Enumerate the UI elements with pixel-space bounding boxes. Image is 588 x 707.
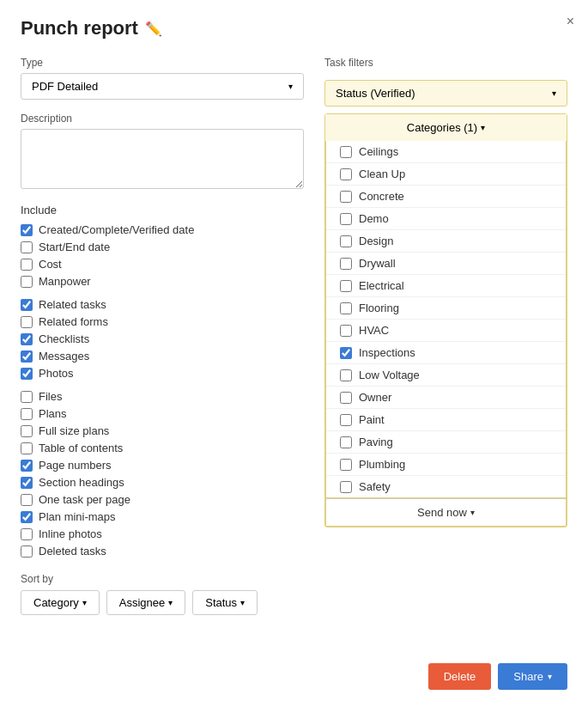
- checkbox-created[interactable]: Created/Complete/Verified date: [21, 223, 304, 236]
- send-now-label: Send now: [417, 506, 467, 519]
- cat-paving-checkbox[interactable]: [340, 436, 352, 448]
- cat-low-voltage-checkbox[interactable]: [340, 369, 352, 381]
- messages-checkbox[interactable]: [21, 350, 33, 363]
- page-title: Punch report: [21, 17, 138, 40]
- cat-drywall[interactable]: Drywall: [326, 253, 566, 275]
- status-dropdown[interactable]: Status (Verified) ▾: [324, 80, 567, 107]
- checkbox-related-forms[interactable]: Related forms: [21, 315, 304, 328]
- sort-by-label: Sort by: [21, 573, 304, 585]
- checkbox-deleted-tasks[interactable]: Deleted tasks: [21, 545, 304, 558]
- cat-demo-checkbox[interactable]: [340, 213, 352, 225]
- photos-checkbox[interactable]: [21, 368, 33, 380]
- cat-low-voltage[interactable]: Low Voltage: [326, 364, 566, 387]
- checkbox-section-headings[interactable]: Section headings: [21, 476, 304, 489]
- checkbox-photos[interactable]: Photos: [21, 367, 304, 380]
- cat-drywall-checkbox[interactable]: [340, 258, 352, 270]
- cat-inspections[interactable]: Inspections: [326, 342, 566, 364]
- cat-ceilings[interactable]: Ceilings: [326, 141, 566, 163]
- checkbox-cost[interactable]: Cost: [21, 258, 304, 271]
- plan-mini-maps-checkbox[interactable]: [21, 511, 33, 523]
- sort-assignee-button[interactable]: Assignee ▾: [106, 590, 185, 615]
- checkbox-related-tasks[interactable]: Related tasks: [21, 298, 304, 311]
- cat-design-checkbox[interactable]: [340, 235, 352, 247]
- checkbox-manpower[interactable]: Manpower: [21, 275, 304, 288]
- cat-paint[interactable]: Paint: [326, 409, 566, 431]
- sort-section: Sort by Category ▾ Assignee ▾ Status ▾: [21, 573, 304, 615]
- cat-cleanup[interactable]: Clean Up: [326, 163, 566, 186]
- delete-button[interactable]: Delete: [428, 663, 492, 690]
- cat-safety-checkbox[interactable]: [340, 481, 352, 493]
- cat-design[interactable]: Design: [326, 230, 566, 253]
- description-input[interactable]: [21, 129, 304, 189]
- cost-checkbox[interactable]: [21, 259, 33, 271]
- sort-category-button[interactable]: Category ▾: [21, 590, 100, 615]
- cat-electrical-checkbox[interactable]: [340, 280, 352, 292]
- related-forms-checkbox[interactable]: [21, 316, 33, 328]
- sort-status-button[interactable]: Status ▾: [192, 590, 258, 615]
- group3-checkboxes: Files Plans Full size plans Table of con…: [21, 390, 304, 558]
- cat-hvac-checkbox[interactable]: [340, 325, 352, 337]
- checkbox-start-end[interactable]: Start/End date: [21, 241, 304, 253]
- checkbox-checklists[interactable]: Checklists: [21, 332, 304, 345]
- full-size-plans-checkbox[interactable]: [21, 425, 33, 437]
- type-caret: ▾: [288, 82, 293, 91]
- cat-owner-checkbox[interactable]: [340, 392, 352, 404]
- cat-inspections-checkbox[interactable]: [340, 347, 352, 359]
- checkbox-full-size-plans[interactable]: Full size plans: [21, 424, 304, 437]
- cat-flooring[interactable]: Flooring: [326, 297, 566, 320]
- checkbox-page-numbers[interactable]: Page numbers: [21, 459, 304, 472]
- group2-checkboxes: Related tasks Related forms Checklists M…: [21, 298, 304, 380]
- footer-buttons: Delete Share ▾: [428, 663, 567, 690]
- edit-icon[interactable]: ✏️: [145, 21, 162, 37]
- categories-section: Categories (1) ▾ Ceilings Clean Up: [324, 113, 567, 527]
- cat-flooring-checkbox[interactable]: [340, 302, 352, 314]
- cat-safety[interactable]: Safety: [326, 476, 566, 497]
- deleted-tasks-checkbox[interactable]: [21, 545, 33, 558]
- type-value: PDF Detailed: [32, 80, 98, 93]
- categories-label: Categories (1): [407, 121, 477, 134]
- checklists-checkbox[interactable]: [21, 333, 33, 345]
- close-button[interactable]: ×: [567, 14, 574, 29]
- cat-plumbing-checkbox[interactable]: [340, 459, 352, 471]
- categories-header-button[interactable]: Categories (1) ▾: [325, 114, 567, 141]
- cat-cleanup-checkbox[interactable]: [340, 168, 352, 180]
- share-button[interactable]: Share ▾: [498, 663, 567, 690]
- table-of-contents-checkbox[interactable]: [21, 442, 33, 454]
- checkbox-files[interactable]: Files: [21, 390, 304, 403]
- cat-electrical[interactable]: Electrical: [326, 275, 566, 297]
- cat-demo[interactable]: Demo: [326, 208, 566, 230]
- files-checkbox[interactable]: [21, 391, 33, 403]
- sort-buttons-row: Category ▾ Assignee ▾ Status ▾: [21, 590, 304, 615]
- cat-paint-checkbox[interactable]: [340, 414, 352, 426]
- share-label: Share: [513, 670, 543, 683]
- punch-report-modal: × Punch report ✏️ Type PDF Detailed ▾ De…: [0, 0, 588, 707]
- checkbox-messages[interactable]: Messages: [21, 350, 304, 363]
- plans-checkbox[interactable]: [21, 408, 33, 420]
- right-column: Task filters Status (Verified) ▾ Categor…: [324, 57, 567, 615]
- cat-owner[interactable]: Owner: [326, 387, 566, 409]
- cat-plumbing[interactable]: Plumbing: [326, 454, 566, 476]
- inline-photos-checkbox[interactable]: [21, 528, 33, 540]
- cat-paving[interactable]: Paving: [326, 431, 566, 454]
- checkbox-plans[interactable]: Plans: [21, 407, 304, 420]
- start-end-checkbox[interactable]: [21, 241, 33, 253]
- sort-cat-caret: ▾: [82, 598, 87, 607]
- cat-concrete-checkbox[interactable]: [340, 191, 352, 203]
- one-task-checkbox[interactable]: [21, 494, 33, 506]
- cat-concrete[interactable]: Concrete: [326, 186, 566, 208]
- cat-hvac[interactable]: HVAC: [326, 320, 566, 342]
- description-label: Description: [21, 113, 304, 125]
- main-content: Type PDF Detailed ▾ Description Include …: [21, 57, 567, 615]
- section-headings-checkbox[interactable]: [21, 477, 33, 489]
- checkbox-inline-photos[interactable]: Inline photos: [21, 527, 304, 540]
- created-checkbox[interactable]: [21, 224, 33, 236]
- send-now-button[interactable]: Send now ▾: [325, 498, 567, 527]
- page-numbers-checkbox[interactable]: [21, 460, 33, 472]
- cat-ceilings-checkbox[interactable]: [340, 146, 352, 158]
- type-dropdown[interactable]: PDF Detailed ▾: [21, 73, 304, 100]
- manpower-checkbox[interactable]: [21, 276, 33, 288]
- checkbox-one-task[interactable]: One task per page: [21, 493, 304, 506]
- related-tasks-checkbox[interactable]: [21, 299, 33, 311]
- checkbox-plan-mini-maps[interactable]: Plan mini-maps: [21, 510, 304, 523]
- checkbox-table-of-contents[interactable]: Table of contents: [21, 442, 304, 454]
